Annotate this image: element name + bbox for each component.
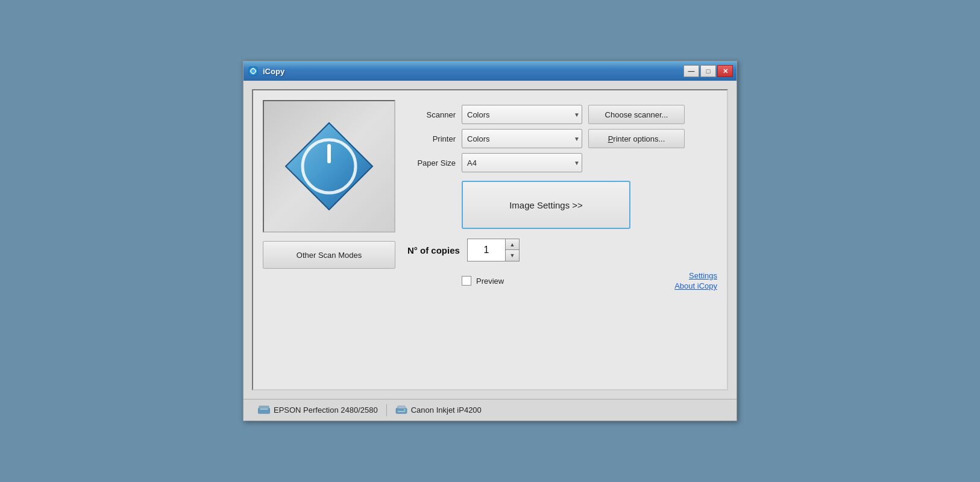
window-title: iCopy xyxy=(263,67,683,76)
preview-wrapper: Preview xyxy=(462,276,504,286)
printer-options-button[interactable]: Printer options... xyxy=(588,129,685,148)
scanner-select[interactable]: Colors Grayscale Black & White xyxy=(462,105,582,124)
icopy-logo xyxy=(281,118,377,214)
printer-status-icon xyxy=(395,405,407,415)
scanner-device-label: EPSON Perfection 2480/2580 xyxy=(274,405,378,415)
svg-rect-11 xyxy=(397,410,405,412)
scanner-status-icon xyxy=(258,405,270,415)
copies-input[interactable]: 1 xyxy=(468,239,505,261)
left-panel: Other Scan Modes xyxy=(263,100,395,380)
scanner-status-item: EPSON Perfection 2480/2580 xyxy=(250,405,386,415)
close-button[interactable]: ✕ xyxy=(717,65,733,77)
copies-decrement-button[interactable]: ▼ xyxy=(506,250,519,261)
settings-link[interactable]: Settings xyxy=(689,271,717,280)
paper-size-select[interactable]: A4 A3 Letter Legal xyxy=(462,153,582,172)
printer-select-wrapper: Colors Grayscale Black & White ▼ xyxy=(462,129,582,148)
main-content: Other Scan Modes Scanner Colors Grayscal… xyxy=(243,81,737,399)
printer-device-label: Canon Inkjet iP4200 xyxy=(411,405,482,415)
svg-rect-10 xyxy=(397,405,405,408)
svg-marker-3 xyxy=(286,123,372,210)
bottom-row: Preview Settings About iCopy xyxy=(407,271,717,290)
svg-point-12 xyxy=(404,408,406,410)
copies-spinners: ▲ ▼ xyxy=(505,239,519,261)
statusbar: EPSON Perfection 2480/2580 Canon Inkjet … xyxy=(243,399,737,421)
scanner-select-wrapper: Colors Grayscale Black & White ▼ xyxy=(462,105,582,124)
window-controls: — □ ✕ xyxy=(683,65,733,77)
titlebar: iCopy — □ ✕ xyxy=(243,61,737,81)
copies-label: N° of copies xyxy=(407,245,460,255)
printer-row: Printer Colors Grayscale Black & White ▼… xyxy=(407,129,717,148)
printer-label: Printer xyxy=(407,134,456,143)
other-scan-modes-button[interactable]: Other Scan Modes xyxy=(263,241,395,269)
minimize-button[interactable]: — xyxy=(683,65,699,77)
scanner-label: Scanner xyxy=(407,110,456,119)
main-window: iCopy — □ ✕ xyxy=(243,61,737,421)
paper-size-select-wrapper: A4 A3 Letter Legal ▼ xyxy=(462,153,582,172)
logo-container xyxy=(263,100,395,233)
choose-scanner-button[interactable]: Choose scanner... xyxy=(588,105,685,124)
paper-size-row: Paper Size A4 A3 Letter Legal ▼ xyxy=(407,153,717,172)
svg-rect-8 xyxy=(260,408,268,410)
preview-label: Preview xyxy=(476,277,504,286)
form-rows: Scanner Colors Grayscale Black & White ▼… xyxy=(407,105,717,172)
printer-options-label: Printer options... xyxy=(608,134,665,143)
scanner-row: Scanner Colors Grayscale Black & White ▼… xyxy=(407,105,717,124)
image-settings-label: Image Settings >> xyxy=(509,200,583,210)
right-panel: Scanner Colors Grayscale Black & White ▼… xyxy=(407,100,717,380)
about-link[interactable]: About iCopy xyxy=(674,281,717,290)
copies-row: N° of copies 1 ▲ ▼ xyxy=(407,239,717,261)
preview-checkbox[interactable] xyxy=(462,276,471,286)
links-column: Settings About iCopy xyxy=(674,271,717,290)
app-icon xyxy=(247,65,259,77)
copies-input-wrapper: 1 ▲ ▼ xyxy=(467,239,520,261)
content-panel: Other Scan Modes Scanner Colors Grayscal… xyxy=(252,89,728,390)
image-settings-button[interactable]: Image Settings >> xyxy=(462,181,630,229)
printer-status-item: Canon Inkjet iP4200 xyxy=(387,405,490,415)
printer-select[interactable]: Colors Grayscale Black & White xyxy=(462,129,582,148)
copies-increment-button[interactable]: ▲ xyxy=(506,239,519,250)
choose-scanner-label: Choose scanner... xyxy=(605,110,668,119)
svg-rect-9 xyxy=(396,408,407,413)
paper-size-label: Paper Size xyxy=(407,158,456,167)
maximize-button[interactable]: □ xyxy=(700,65,716,77)
